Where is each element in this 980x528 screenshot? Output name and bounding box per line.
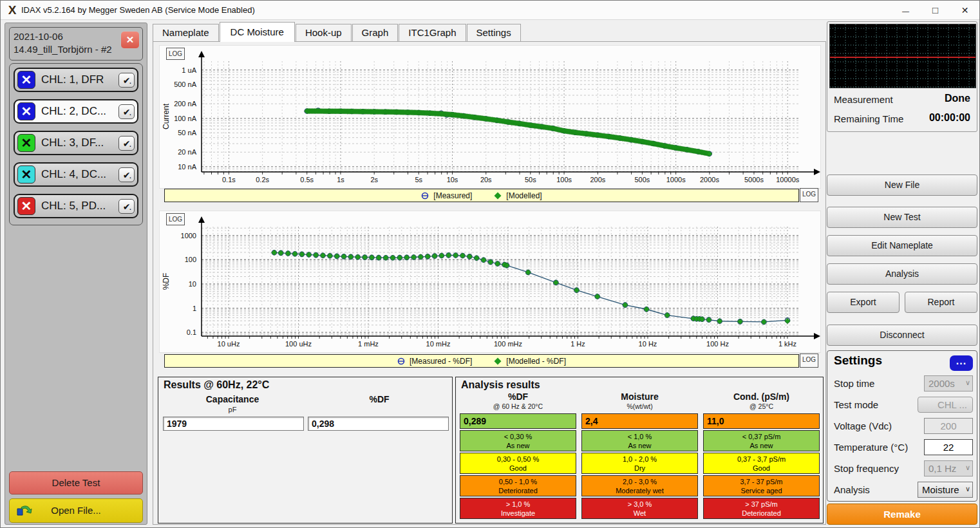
rating-cell: 0,30 - 0,50 %Good bbox=[460, 453, 576, 474]
log-scale-button[interactable]: LOG bbox=[166, 213, 185, 225]
column-subheader: %(wt/wt) bbox=[581, 402, 698, 410]
analysis-button[interactable]: Analysis bbox=[827, 263, 977, 285]
modelled-marker-icon bbox=[494, 192, 502, 200]
capacitance-unit: pF bbox=[168, 406, 297, 413]
df-result-value: 0,289 bbox=[460, 413, 576, 429]
open-file-icon bbox=[15, 504, 33, 519]
channel-item-2[interactable]: CHL: 2, DC... bbox=[14, 99, 138, 124]
disconnect-button[interactable]: Disconnect bbox=[827, 325, 977, 346]
log-scale-button[interactable]: LOG bbox=[166, 48, 185, 60]
svg-text:1 uA: 1 uA bbox=[182, 66, 196, 74]
tab-itc1graph[interactable]: ITC1Graph bbox=[399, 24, 466, 41]
svg-text:10 Hz: 10 Hz bbox=[639, 340, 657, 348]
channel-item-5[interactable]: CHL: 5, PD... bbox=[14, 194, 138, 218]
channel-color-icon bbox=[17, 134, 35, 152]
svg-text:10 mHz: 10 mHz bbox=[426, 340, 451, 348]
svg-text:0.5s: 0.5s bbox=[300, 176, 314, 184]
svg-text:50s: 50s bbox=[525, 176, 536, 184]
svg-text:500s: 500s bbox=[634, 176, 650, 184]
channel-label: CHL: 2, DC... bbox=[41, 105, 118, 118]
column-header: Cond. (pS/m) bbox=[703, 391, 820, 402]
export-button[interactable]: Export bbox=[827, 292, 900, 313]
file-name: 14.49_till_Torbjörn - #2 bbox=[14, 43, 138, 56]
current-chart-legend: [Measured] [Modelled] bbox=[164, 189, 799, 202]
channel-label: CHL: 1, DFR bbox=[41, 73, 118, 86]
channel-item-1[interactable]: CHL: 1, DFR bbox=[14, 68, 138, 92]
column-header: Moisture bbox=[581, 391, 698, 402]
open-file-button[interactable]: Open File... bbox=[9, 498, 143, 523]
measured-marker-icon bbox=[421, 192, 429, 200]
channel-checkbox[interactable] bbox=[118, 136, 135, 151]
svg-text:100 uHz: 100 uHz bbox=[285, 340, 312, 348]
tab-nameplate[interactable]: Nameplate bbox=[153, 24, 219, 41]
analysis-type-row: Analysis Moisture∨ bbox=[827, 482, 978, 499]
close-icon[interactable] bbox=[950, 1, 979, 20]
conductivity-result-value: 11,0 bbox=[703, 413, 820, 429]
tab-settings[interactable]: Settings bbox=[467, 24, 521, 41]
log-scale-button[interactable]: LOG bbox=[800, 354, 818, 368]
channel-color-icon bbox=[17, 165, 35, 184]
window-title: IDAX v5.2.164 by Megger Sweden AB (Servi… bbox=[21, 5, 255, 15]
svg-text:100s: 100s bbox=[556, 176, 572, 184]
svg-text:100 nA: 100 nA bbox=[174, 115, 197, 122]
legend-modelled-df-label: [Modelled - %DF] bbox=[506, 357, 566, 366]
rating-cell: > 37 pS/mDeteriorated bbox=[703, 498, 820, 519]
svg-text:0.1: 0.1 bbox=[187, 328, 196, 336]
tab-graph[interactable]: Graph bbox=[352, 24, 399, 41]
df-chart-panel: LOG 10 uHz100 uHz1 mHz10 mHz100 mHz1 Hz1… bbox=[159, 211, 821, 353]
capacitance-header: Capacitance bbox=[168, 394, 297, 404]
channel-checkbox[interactable] bbox=[118, 199, 135, 214]
current-chart-panel: LOG 0.1s0.2s0.5s1s2s5s10s20s50s100s200s5… bbox=[159, 45, 821, 189]
rating-cell: 0,37 - 3,7 pS/mGood bbox=[703, 453, 820, 474]
test-mode-button: CHL ... bbox=[918, 397, 973, 413]
file-close-icon[interactable] bbox=[120, 31, 140, 49]
temperature-row: Temperature (°C) 22 bbox=[827, 439, 978, 457]
edit-nameplate-button[interactable]: Edit Nameplate bbox=[827, 235, 977, 256]
legend-measured-label: [Measured] bbox=[433, 191, 472, 200]
rating-cell: < 1,0 %As new bbox=[581, 430, 698, 451]
channel-label: CHL: 5, PD... bbox=[41, 200, 118, 212]
new-file-button[interactable]: New File bbox=[827, 174, 977, 196]
measured-marker-icon bbox=[397, 357, 405, 365]
rating-cell: > 3,0 %Wet bbox=[581, 498, 698, 519]
temperature-field[interactable]: 22 bbox=[924, 439, 973, 455]
remake-button[interactable]: Remake bbox=[827, 504, 977, 525]
minimize-icon[interactable] bbox=[891, 1, 920, 20]
svg-text:5000s: 5000s bbox=[744, 176, 764, 184]
channel-item-3[interactable]: CHL: 3, DF... bbox=[14, 131, 138, 155]
new-test-button[interactable]: New Test bbox=[827, 207, 977, 228]
channel-checkbox[interactable] bbox=[118, 104, 135, 119]
modelled-marker-icon bbox=[494, 357, 502, 365]
current-vs-time-chart: 0.1s0.2s0.5s1s2s5s10s20s50s100s200s500s1… bbox=[160, 46, 820, 188]
channel-checkbox[interactable] bbox=[118, 73, 135, 88]
svg-text:2s: 2s bbox=[370, 176, 378, 184]
channel-color-icon bbox=[17, 102, 35, 120]
rating-cell: 3,7 - 37 pS/mService aged bbox=[703, 475, 820, 496]
open-file-card[interactable]: 2021-10-06 14.49_till_Torbjörn - #2 bbox=[9, 27, 143, 61]
rating-cell: 1,0 - 2,0 %Dry bbox=[581, 453, 698, 474]
tab-hook-up[interactable]: Hook-up bbox=[296, 24, 352, 41]
svg-text:20s: 20s bbox=[480, 176, 492, 184]
delete-test-button[interactable]: Delete Test bbox=[9, 471, 143, 495]
settings-more-button[interactable]: ... bbox=[950, 355, 973, 371]
svg-text:0.1s: 0.1s bbox=[222, 176, 236, 184]
report-button[interactable]: Report bbox=[905, 292, 977, 313]
tab-dc-moisture[interactable]: DC Moisture bbox=[220, 22, 295, 42]
analysis-type-select[interactable]: Moisture∨ bbox=[918, 482, 973, 498]
sidebar: 2021-10-06 14.49_till_Torbjörn - #2 CHL:… bbox=[5, 23, 147, 525]
log-scale-button[interactable]: LOG bbox=[800, 188, 818, 202]
svg-text:200 nA: 200 nA bbox=[174, 100, 197, 108]
svg-text:1s: 1s bbox=[337, 176, 344, 184]
channel-item-4[interactable]: CHL: 4, DC... bbox=[14, 162, 138, 187]
analysis-title: Analysis results bbox=[461, 379, 540, 391]
maximize-icon[interactable] bbox=[921, 1, 950, 20]
voltage-field: 200 bbox=[924, 418, 973, 434]
analysis-column-conductivity: Cond. (pS/m) @ 25°C 11,0 < 0,37 pS/mAs n… bbox=[703, 391, 820, 519]
df-value: 0,298 bbox=[308, 417, 449, 431]
measurement-status-box: Measurement Done Remaining Time 00:00:00 bbox=[827, 21, 977, 132]
stop-time-select: 2000s∨ bbox=[924, 375, 973, 391]
voltage-row: Voltage (Vdc) 200 bbox=[827, 418, 978, 435]
channel-checkbox[interactable] bbox=[118, 167, 135, 182]
rating-cell: > 1,0 %Investigate bbox=[460, 498, 576, 519]
rating-cell: 2,0 - 3,0 %Moderately wet bbox=[581, 475, 698, 496]
